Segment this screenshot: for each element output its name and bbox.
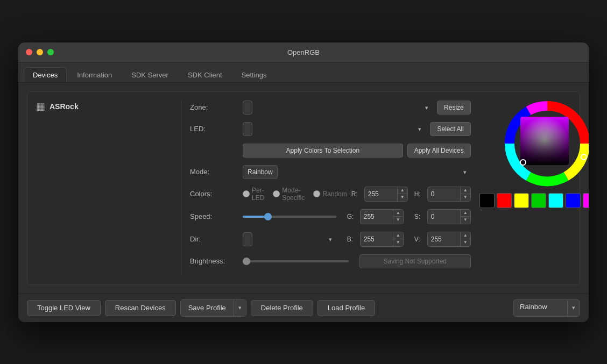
- rescan-devices-button[interactable]: Rescan Devices: [105, 300, 176, 316]
- swatch-yellow[interactable]: [514, 193, 529, 208]
- toggle-led-view-button[interactable]: Toggle LED View: [27, 300, 101, 316]
- brightness-slider[interactable]: [243, 260, 349, 262]
- select-all-button[interactable]: Select All: [430, 122, 470, 136]
- minimize-button[interactable]: [37, 49, 43, 55]
- zone-select-wrapper: [243, 101, 433, 115]
- device-icon: ▦: [36, 101, 45, 112]
- s-input[interactable]: [428, 210, 460, 224]
- tab-sdk-server[interactable]: SDK Server: [122, 67, 178, 82]
- mode-specific-radio[interactable]: [273, 190, 280, 197]
- s-label: S:: [414, 213, 424, 220]
- r-increment[interactable]: ▲: [398, 187, 407, 194]
- g-input-wrapper: ▲ ▼: [360, 209, 404, 224]
- g-increment[interactable]: ▲: [393, 210, 403, 217]
- profile-select-group: Rainbow ▾: [513, 299, 580, 317]
- maximize-button[interactable]: [47, 49, 54, 55]
- svg-rect-4: [520, 117, 569, 165]
- top-right-area: Zone: Resize LED:: [190, 101, 589, 276]
- speed-slider[interactable]: [243, 216, 336, 218]
- v-decrement[interactable]: ▼: [461, 239, 470, 246]
- h-decrement[interactable]: ▼: [461, 194, 470, 201]
- v-increment[interactable]: ▲: [461, 232, 470, 239]
- g-label: G:: [347, 213, 357, 220]
- h-field-row: H: ▲ ▼: [414, 187, 471, 202]
- h-input[interactable]: [428, 187, 460, 201]
- mode-select[interactable]: Rainbow: [243, 165, 278, 179]
- v-label: V:: [414, 235, 424, 243]
- colors-row: Colors: Per-LED Mode-Specific: [190, 187, 471, 202]
- bottom-bar: Toggle LED View Rescan Devices Save Prof…: [18, 294, 589, 322]
- traffic-lights: [26, 49, 54, 55]
- v-field-row: V: ▲ ▼: [414, 232, 471, 247]
- g-input[interactable]: [361, 210, 393, 224]
- b-decrement[interactable]: ▼: [393, 239, 403, 246]
- speed-row: Speed: G: ▲ ▼: [190, 209, 471, 224]
- swatch-blue[interactable]: [566, 193, 581, 208]
- close-button[interactable]: [26, 49, 32, 55]
- mode-specific-option[interactable]: Mode-Specific: [273, 187, 305, 202]
- tab-settings[interactable]: Settings: [232, 67, 276, 82]
- color-radio-group: Per-LED Mode-Specific Random: [243, 187, 347, 202]
- r-decrement[interactable]: ▼: [398, 194, 407, 201]
- saving-not-supported: Saving Not Supported: [359, 254, 471, 268]
- swatch-cyan[interactable]: [548, 193, 563, 208]
- device-header: ▦ ASRock: [36, 101, 172, 112]
- s-input-wrapper: ▲ ▼: [427, 209, 471, 224]
- dir-label: Dir:: [190, 235, 238, 243]
- s-decrement[interactable]: ▼: [461, 217, 470, 224]
- random-radio[interactable]: [313, 190, 320, 197]
- h-label: H:: [414, 190, 424, 198]
- b-field-row: B: ▲ ▼: [347, 232, 404, 247]
- h-increment[interactable]: ▲: [461, 187, 470, 194]
- profile-select-arrow[interactable]: ▾: [567, 300, 580, 316]
- tab-devices[interactable]: Devices: [24, 67, 67, 82]
- apply-devices-button[interactable]: Apply All Devices: [407, 144, 471, 158]
- save-profile-button[interactable]: Save Profile: [181, 300, 234, 316]
- tab-information[interactable]: Information: [68, 67, 121, 82]
- random-option[interactable]: Random: [313, 187, 347, 202]
- dir-select[interactable]: [243, 232, 252, 246]
- per-led-radio[interactable]: [243, 190, 250, 197]
- color-wheel-container[interactable]: [504, 101, 589, 187]
- b-spinner: ▲ ▼: [393, 232, 403, 246]
- swatch-black[interactable]: [479, 193, 495, 208]
- v-spinner: ▲ ▼: [460, 232, 470, 246]
- resize-button[interactable]: Resize: [437, 101, 471, 115]
- window-title: OpenRGB: [287, 48, 320, 56]
- b-input-wrapper: ▲ ▼: [360, 232, 404, 247]
- tab-sdk-client[interactable]: SDK Client: [179, 67, 231, 82]
- b-label: B:: [347, 235, 357, 243]
- g-decrement[interactable]: ▼: [393, 217, 403, 224]
- per-led-label: Per-LED: [252, 187, 264, 202]
- delete-profile-button[interactable]: Delete Profile: [251, 300, 313, 316]
- s-increment[interactable]: ▲: [461, 210, 470, 217]
- b-increment[interactable]: ▲: [393, 232, 403, 239]
- zone-select[interactable]: [243, 101, 252, 115]
- rgb-hsv-area: R: ▲ ▼: [351, 187, 471, 202]
- swatch-magenta[interactable]: [583, 193, 589, 208]
- load-profile-button[interactable]: Load Profile: [317, 300, 375, 316]
- zone-label: Zone:: [190, 103, 238, 111]
- r-input[interactable]: [365, 187, 397, 201]
- swatch-red[interactable]: [497, 193, 512, 208]
- mode-label: Mode:: [190, 168, 238, 176]
- swatch-green[interactable]: [531, 193, 546, 208]
- per-led-option[interactable]: Per-LED: [243, 187, 264, 202]
- zone-row: Zone: Resize: [190, 101, 471, 115]
- h-input-wrapper: ▲ ▼: [427, 187, 471, 202]
- mode-specific-label: Mode-Specific: [282, 187, 305, 202]
- led-row: LED: Select All: [190, 122, 471, 136]
- main-controls: Zone: Resize LED:: [190, 101, 589, 276]
- v-input[interactable]: [428, 232, 460, 246]
- b-input[interactable]: [361, 232, 393, 246]
- save-profile-arrow[interactable]: ▾: [234, 300, 246, 316]
- apply-colors-button[interactable]: Apply Colors To Selection: [243, 144, 403, 158]
- g-field-row: G: ▲ ▼: [347, 209, 404, 224]
- led-select[interactable]: [243, 122, 252, 136]
- color-wheel-svg[interactable]: [504, 101, 589, 187]
- dir-select-wrapper: [243, 232, 336, 246]
- random-label: Random: [322, 190, 347, 198]
- color-swatches: [479, 193, 589, 208]
- r-input-wrapper: ▲ ▼: [364, 187, 408, 202]
- main-window: OpenRGB Devices Information SDK Server S…: [18, 42, 589, 322]
